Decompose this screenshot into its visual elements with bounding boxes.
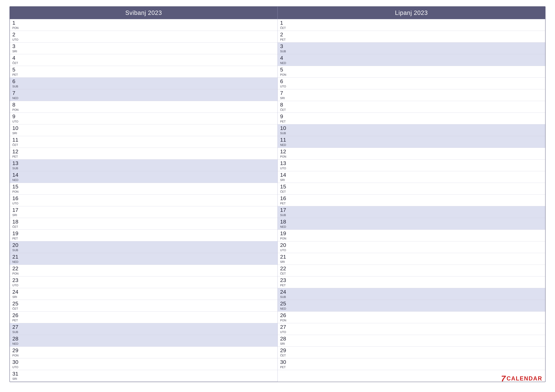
day-name: UTO: [12, 284, 22, 287]
day-info: 1PON: [12, 20, 22, 30]
day-row: 26PON: [278, 312, 545, 323]
day-name: PET: [280, 366, 290, 369]
day-name: PON: [12, 108, 22, 112]
day-info: 20UTO: [280, 242, 290, 252]
day-row: 6UTO: [278, 78, 545, 89]
day-number: 20: [12, 242, 22, 248]
logo-number: 7: [501, 374, 506, 383]
day-name: UTO: [12, 38, 22, 41]
day-row: 22PON: [10, 265, 278, 277]
day-number: 19: [12, 231, 22, 236]
day-row: 9PET: [278, 113, 545, 124]
day-number: 22: [280, 266, 290, 271]
day-row: 3SUB: [278, 43, 545, 54]
day-number: 16: [12, 196, 22, 201]
day-row: 9UTO: [10, 113, 278, 124]
day-number: 21: [12, 254, 22, 259]
day-number: 12: [12, 149, 22, 154]
day-number: 24: [12, 289, 22, 294]
day-number: 17: [280, 207, 290, 213]
day-number: 28: [12, 336, 22, 341]
day-info: 2UTO: [12, 32, 22, 41]
day-info: 19PON: [280, 231, 290, 240]
day-name: PON: [12, 26, 22, 30]
day-info: 11NED: [280, 137, 290, 147]
day-info: 5PON: [280, 67, 290, 77]
day-name: SRI: [280, 97, 290, 100]
day-info: 13SUB: [12, 160, 22, 170]
day-row: 29PON: [10, 347, 278, 358]
day-number: 10: [12, 125, 22, 131]
day-number: 7: [12, 90, 22, 96]
day-name: UTO: [280, 85, 290, 88]
day-name: UTO: [280, 330, 290, 334]
day-info: 29PON: [12, 348, 22, 357]
footer-logo: 7 CALENDAR: [501, 374, 542, 383]
day-number: 21: [280, 254, 290, 259]
month-header-may: Svibanj 2023: [10, 7, 278, 19]
day-name: NED: [12, 97, 22, 100]
day-name: SRI: [12, 132, 22, 135]
day-info: 24SUB: [280, 289, 290, 299]
day-row: 10SUB: [278, 124, 545, 136]
day-name: UTO: [280, 167, 290, 170]
day-number: 25: [280, 301, 290, 306]
day-info: 14NED: [12, 172, 22, 182]
day-number: 16: [280, 196, 290, 201]
day-number: 9: [12, 114, 22, 119]
day-name: ČET: [280, 272, 290, 275]
day-number: 15: [12, 184, 22, 189]
day-row: 1PON: [10, 19, 278, 31]
day-name: SRI: [280, 342, 290, 346]
day-name: NED: [280, 62, 290, 65]
day-number: 12: [280, 149, 290, 154]
day-row: 13SUB: [10, 159, 278, 171]
day-info: 31SRI: [12, 371, 22, 381]
day-number: 3: [280, 43, 290, 49]
day-info: 16UTO: [12, 196, 22, 205]
day-number: 4: [12, 55, 22, 61]
day-name: PET: [280, 120, 290, 123]
day-row: 17SRI: [10, 206, 278, 218]
day-number: 20: [280, 242, 290, 248]
day-row: 13UTO: [278, 159, 545, 171]
day-number: 6: [280, 78, 290, 84]
day-row: 8ČET: [278, 101, 545, 113]
day-number: 18: [280, 219, 290, 224]
day-row: 7NED: [10, 89, 278, 101]
day-info: 11ČET: [12, 137, 22, 147]
day-number: 29: [12, 348, 22, 353]
day-row: 30UTO: [10, 358, 278, 370]
day-row: 1ČET: [278, 19, 545, 31]
day-name: NED: [12, 342, 22, 346]
day-row: 16PET: [278, 195, 545, 206]
day-number: 14: [12, 172, 22, 178]
day-info: 15ČET: [280, 184, 290, 193]
day-row: 26PET: [10, 312, 278, 323]
day-name: PON: [12, 272, 22, 275]
day-number: 9: [280, 114, 290, 119]
day-name: SUB: [280, 295, 290, 299]
day-name: PON: [280, 155, 290, 158]
day-name: PET: [280, 284, 290, 287]
day-name: PET: [12, 73, 22, 77]
day-row: 7SRI: [278, 89, 545, 101]
day-number: 22: [12, 266, 22, 271]
day-info: 2PET: [280, 32, 290, 41]
day-name: PET: [12, 155, 22, 158]
day-info: 18NED: [280, 219, 290, 228]
day-name: SRI: [12, 214, 22, 217]
day-info: 12PON: [280, 149, 290, 158]
day-name: SUB: [280, 132, 290, 135]
day-name: PON: [280, 73, 290, 77]
day-number: 27: [280, 324, 290, 329]
day-name: UTO: [12, 202, 22, 205]
day-info: 30PET: [280, 359, 290, 369]
day-row: 10SRI: [10, 124, 278, 136]
day-name: PON: [12, 354, 22, 357]
day-name: NED: [12, 178, 22, 182]
day-info: 27UTO: [280, 324, 290, 334]
day-name: ČET: [280, 354, 290, 357]
day-number: 27: [12, 324, 22, 329]
day-info: 7SRI: [280, 90, 290, 100]
